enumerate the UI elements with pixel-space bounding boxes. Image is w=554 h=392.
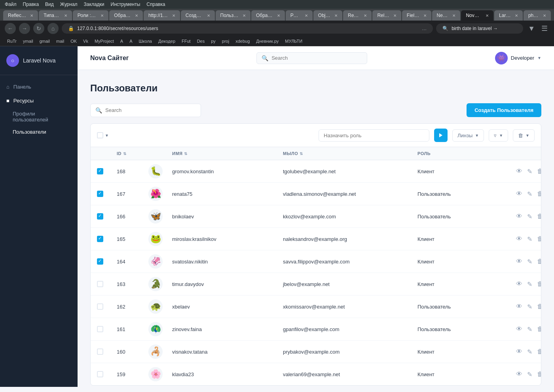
toolbar-search[interactable]: 🔍	[90, 104, 201, 117]
bookmark-item[interactable]: FFut	[179, 38, 193, 44]
edit-button[interactable]: ✎	[526, 347, 533, 356]
view-button[interactable]: 👁	[515, 280, 523, 288]
browser-tab[interactable]: Обрабо✕	[251, 10, 285, 21]
edit-button[interactable]: ✎	[526, 167, 533, 176]
row-checkbox[interactable]	[97, 168, 103, 174]
delete-row-button[interactable]: 🗑	[536, 167, 541, 176]
bookmark-item[interactable]: Декодер	[156, 38, 178, 44]
bookmark-item[interactable]: Школа	[137, 38, 154, 44]
search-input[interactable]	[105, 107, 196, 113]
browser-tab[interactable]: Relati✕	[372, 10, 401, 21]
filter-button[interactable]: ▿ ▼	[489, 129, 508, 142]
browser-tab[interactable]: Regis✕	[343, 10, 372, 21]
edit-button[interactable]: ✎	[526, 370, 533, 379]
delete-row-button[interactable]: 🗑	[536, 347, 541, 356]
bookmark-item[interactable]: gmail	[37, 38, 52, 44]
browser-tab[interactable]: Пользов✕	[216, 10, 250, 21]
view-button[interactable]: 👁	[515, 257, 523, 266]
th-id[interactable]: ID ⇅	[117, 151, 148, 156]
extensions-btn[interactable]: ▼	[526, 25, 537, 33]
edit-button[interactable]: ✎	[526, 325, 533, 334]
row-checkbox[interactable]	[97, 326, 103, 332]
menu-btn[interactable]: ☰	[540, 24, 549, 33]
delete-row-button[interactable]: 🗑	[536, 235, 541, 243]
lenses-button[interactable]: Линзы ▼	[452, 129, 484, 142]
delete-row-button[interactable]: 🗑	[536, 189, 541, 198]
bookmark-item[interactable]: A	[127, 38, 135, 44]
browser-tab[interactable]: Nova C✕	[461, 10, 493, 21]
edit-button[interactable]: ✎	[526, 280, 533, 289]
view-button[interactable]: 👁	[515, 167, 523, 176]
browser-tab[interactable]: News✕	[432, 10, 461, 21]
browser-tab[interactable]: Fields✕	[402, 10, 431, 21]
bookmark-item[interactable]: OK	[68, 38, 79, 44]
apply-role-button[interactable]	[434, 129, 448, 142]
bookmark-item[interactable]: mail	[54, 38, 66, 44]
view-button[interactable]: 👁	[515, 235, 523, 243]
browser-tab[interactable]: Разр✕	[286, 10, 313, 21]
menu-edit[interactable]: Правка	[23, 2, 39, 7]
delete-row-button[interactable]: 🗑	[536, 370, 541, 379]
delete-row-button[interactable]: 🗑	[536, 280, 541, 288]
edit-button[interactable]: ✎	[526, 189, 533, 199]
header-search-input[interactable]	[271, 55, 362, 61]
refresh-button[interactable]: ↻	[33, 23, 44, 34]
select-dropdown-icon[interactable]: ▼	[105, 133, 109, 138]
view-button[interactable]: 👁	[515, 302, 523, 311]
sidebar-item-panel[interactable]: ⌂ Панель	[0, 80, 78, 94]
bookmark-item[interactable]: RuTr	[5, 38, 19, 44]
bookmark-item[interactable]: Vk	[81, 38, 91, 44]
bookmark-item[interactable]: proj	[220, 38, 231, 44]
view-button[interactable]: 👁	[515, 189, 523, 198]
menu-view[interactable]: Вид	[45, 2, 54, 7]
browser-tab[interactable]: Роли :: A✕	[73, 10, 109, 21]
bookmark-item[interactable]: МУЛЬТИ	[283, 38, 305, 44]
row-checkbox[interactable]	[97, 236, 103, 242]
browser-tab[interactable]: http://127✕	[144, 10, 180, 21]
th-role[interactable]: РОЛЬ	[417, 151, 505, 156]
forward-button[interactable]: →	[19, 23, 30, 34]
delete-row-button[interactable]: 🗑	[536, 212, 541, 221]
edit-button[interactable]: ✎	[526, 302, 533, 311]
edit-button[interactable]: ✎	[526, 212, 533, 221]
row-checkbox[interactable]	[97, 191, 103, 197]
assign-role-input[interactable]	[319, 129, 429, 142]
edit-button[interactable]: ✎	[526, 235, 533, 244]
row-checkbox[interactable]	[97, 258, 103, 265]
back-button[interactable]: ←	[5, 23, 16, 34]
user-menu[interactable]: 👾 Developer ▼	[495, 52, 541, 64]
bookmark-item[interactable]: A	[118, 38, 125, 44]
edit-button[interactable]: ✎	[526, 257, 533, 266]
browser-search-text[interactable]: birth date in laravel →	[452, 26, 498, 31]
menu-bookmarks[interactable]: Закладки	[84, 2, 104, 7]
view-button[interactable]: 👁	[515, 325, 523, 333]
row-checkbox[interactable]	[97, 281, 103, 287]
row-checkbox[interactable]	[97, 348, 103, 355]
sidebar-item-profiles[interactable]: Профили пользователей	[0, 108, 78, 126]
sidebar-item-users[interactable]: Пользователи	[0, 126, 78, 138]
browser-tab[interactable]: Обрабо✕	[109, 10, 143, 21]
row-checkbox[interactable]	[97, 303, 103, 310]
bookmark-item[interactable]: Des	[195, 38, 207, 44]
home-button[interactable]: ⌂	[47, 23, 59, 34]
bookmark-item[interactable]: py	[209, 38, 218, 44]
bookmark-item[interactable]: xdebug	[233, 38, 252, 44]
delete-row-button[interactable]: 🗑	[536, 325, 541, 333]
view-button[interactable]: 👁	[515, 347, 523, 356]
th-email[interactable]: МЫЛО ⇅	[283, 151, 417, 156]
menu-help[interactable]: Справка	[146, 2, 165, 7]
delete-row-button[interactable]: 🗑	[536, 302, 541, 311]
bookmark-item[interactable]: Дневник.ру	[254, 38, 281, 44]
delete-row-button[interactable]: 🗑	[536, 257, 541, 266]
create-user-button[interactable]: Создать Пользователя	[467, 103, 541, 117]
row-checkbox[interactable]	[97, 371, 103, 377]
browser-tab[interactable]: ТипаДо✕	[39, 10, 72, 21]
select-all-checkbox[interactable]	[97, 132, 103, 138]
bookmark-item[interactable]: ymail	[21, 38, 36, 44]
header-search[interactable]: 🔍	[256, 52, 367, 64]
bookmark-item[interactable]: MyProject	[92, 38, 116, 44]
sidebar-item-resources[interactable]: ■ Ресурсы	[0, 94, 78, 108]
view-button[interactable]: 👁	[515, 212, 523, 221]
th-name[interactable]: ИМЯ ⇅	[172, 151, 283, 156]
view-button[interactable]: 👁	[515, 370, 523, 379]
